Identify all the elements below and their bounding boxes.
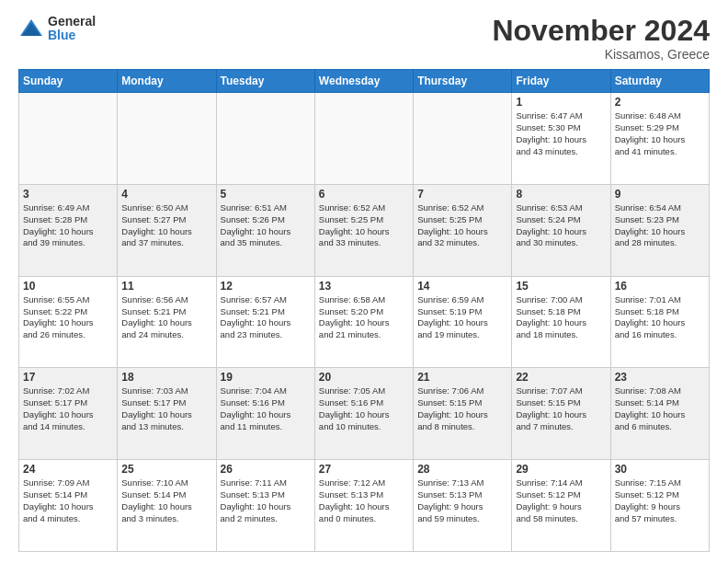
col-sunday: Sunday (19, 70, 118, 93)
day-number: 12 (221, 280, 311, 293)
day-number: 7 (417, 188, 507, 201)
title-block: November 2024 Kissamos, Greece (492, 15, 710, 62)
day-info: Sunrise: 6:54 AM Sunset: 5:23 PM Dayligh… (615, 202, 705, 249)
day-info: Sunrise: 7:00 AM Sunset: 5:18 PM Dayligh… (516, 294, 606, 341)
calendar-row: 1Sunrise: 6:47 AM Sunset: 5:30 PM Daylig… (19, 93, 710, 185)
table-row: 29Sunrise: 7:14 AM Sunset: 5:12 PM Dayli… (512, 460, 610, 552)
day-number: 20 (319, 371, 409, 384)
day-number: 23 (615, 371, 705, 384)
table-row: 18Sunrise: 7:03 AM Sunset: 5:17 PM Dayli… (118, 368, 216, 460)
table-row (19, 93, 118, 185)
day-info: Sunrise: 6:51 AM Sunset: 5:26 PM Dayligh… (221, 202, 311, 249)
calendar-table: Sunday Monday Tuesday Wednesday Thursday… (18, 69, 710, 552)
table-row: 5Sunrise: 6:51 AM Sunset: 5:26 PM Daylig… (216, 184, 314, 276)
table-row: 24Sunrise: 7:09 AM Sunset: 5:14 PM Dayli… (19, 460, 118, 552)
table-row: 23Sunrise: 7:08 AM Sunset: 5:14 PM Dayli… (610, 368, 709, 460)
day-info: Sunrise: 7:06 AM Sunset: 5:15 PM Dayligh… (417, 385, 507, 432)
table-row: 13Sunrise: 6:58 AM Sunset: 5:20 PM Dayli… (314, 276, 413, 368)
location: Kissamos, Greece (492, 47, 710, 62)
day-info: Sunrise: 7:08 AM Sunset: 5:14 PM Dayligh… (615, 385, 705, 432)
day-info: Sunrise: 7:01 AM Sunset: 5:18 PM Dayligh… (615, 294, 705, 341)
table-row: 21Sunrise: 7:06 AM Sunset: 5:15 PM Dayli… (414, 368, 512, 460)
table-row: 30Sunrise: 7:15 AM Sunset: 5:12 PM Dayli… (610, 460, 709, 552)
table-row (216, 93, 314, 185)
table-row: 11Sunrise: 6:56 AM Sunset: 5:21 PM Dayli… (118, 276, 216, 368)
table-row: 20Sunrise: 7:05 AM Sunset: 5:16 PM Dayli… (314, 368, 413, 460)
table-row (314, 93, 413, 185)
day-info: Sunrise: 7:09 AM Sunset: 5:14 PM Dayligh… (23, 477, 113, 524)
day-info: Sunrise: 6:47 AM Sunset: 5:30 PM Dayligh… (516, 110, 606, 157)
table-row: 28Sunrise: 7:13 AM Sunset: 5:13 PM Dayli… (414, 460, 512, 552)
table-row: 1Sunrise: 6:47 AM Sunset: 5:30 PM Daylig… (512, 93, 610, 185)
day-number: 6 (319, 188, 409, 201)
table-row: 6Sunrise: 6:52 AM Sunset: 5:25 PM Daylig… (314, 184, 413, 276)
day-number: 15 (516, 280, 606, 293)
day-number: 3 (23, 188, 113, 201)
header: General Blue November 2024 Kissamos, Gre… (18, 15, 710, 62)
day-number: 14 (417, 280, 507, 293)
day-info: Sunrise: 6:58 AM Sunset: 5:20 PM Dayligh… (319, 294, 409, 341)
day-info: Sunrise: 6:52 AM Sunset: 5:25 PM Dayligh… (417, 202, 507, 249)
table-row: 25Sunrise: 7:10 AM Sunset: 5:14 PM Dayli… (118, 460, 216, 552)
weekday-row: Sunday Monday Tuesday Wednesday Thursday… (19, 70, 710, 93)
day-number: 8 (516, 188, 606, 201)
day-info: Sunrise: 7:04 AM Sunset: 5:16 PM Dayligh… (221, 385, 311, 432)
table-row: 9Sunrise: 6:54 AM Sunset: 5:23 PM Daylig… (610, 184, 709, 276)
col-wednesday: Wednesday (314, 70, 413, 93)
day-info: Sunrise: 6:56 AM Sunset: 5:21 PM Dayligh… (121, 294, 211, 341)
day-number: 10 (23, 280, 113, 293)
day-info: Sunrise: 7:15 AM Sunset: 5:12 PM Dayligh… (615, 477, 705, 524)
table-row: 3Sunrise: 6:49 AM Sunset: 5:28 PM Daylig… (19, 184, 118, 276)
table-row: 14Sunrise: 6:59 AM Sunset: 5:19 PM Dayli… (414, 276, 512, 368)
day-number: 13 (319, 280, 409, 293)
day-number: 27 (319, 463, 409, 476)
day-info: Sunrise: 7:12 AM Sunset: 5:13 PM Dayligh… (319, 477, 409, 524)
table-row: 15Sunrise: 7:00 AM Sunset: 5:18 PM Dayli… (512, 276, 610, 368)
day-info: Sunrise: 6:50 AM Sunset: 5:27 PM Dayligh… (121, 202, 211, 249)
day-number: 16 (615, 280, 705, 293)
table-row: 27Sunrise: 7:12 AM Sunset: 5:13 PM Dayli… (314, 460, 413, 552)
logo: General Blue (18, 15, 96, 43)
day-info: Sunrise: 7:07 AM Sunset: 5:15 PM Dayligh… (516, 385, 606, 432)
day-info: Sunrise: 7:03 AM Sunset: 5:17 PM Dayligh… (121, 385, 211, 432)
col-tuesday: Tuesday (216, 70, 314, 93)
day-number: 9 (615, 188, 705, 201)
day-number: 4 (121, 188, 211, 201)
table-row: 8Sunrise: 6:53 AM Sunset: 5:24 PM Daylig… (512, 184, 610, 276)
day-number: 2 (615, 96, 705, 109)
col-thursday: Thursday (414, 70, 512, 93)
table-row (118, 93, 216, 185)
day-number: 26 (221, 463, 311, 476)
day-info: Sunrise: 6:59 AM Sunset: 5:19 PM Dayligh… (417, 294, 507, 341)
day-info: Sunrise: 6:49 AM Sunset: 5:28 PM Dayligh… (23, 202, 113, 249)
day-info: Sunrise: 6:55 AM Sunset: 5:22 PM Dayligh… (23, 294, 113, 341)
day-info: Sunrise: 7:13 AM Sunset: 5:13 PM Dayligh… (417, 477, 507, 524)
table-row: 22Sunrise: 7:07 AM Sunset: 5:15 PM Dayli… (512, 368, 610, 460)
calendar-header: Sunday Monday Tuesday Wednesday Thursday… (19, 70, 710, 93)
calendar-row: 17Sunrise: 7:02 AM Sunset: 5:17 PM Dayli… (19, 368, 710, 460)
table-row: 16Sunrise: 7:01 AM Sunset: 5:18 PM Dayli… (610, 276, 709, 368)
table-row: 12Sunrise: 6:57 AM Sunset: 5:21 PM Dayli… (216, 276, 314, 368)
table-row: 19Sunrise: 7:04 AM Sunset: 5:16 PM Dayli… (216, 368, 314, 460)
day-number: 28 (417, 463, 507, 476)
day-info: Sunrise: 6:57 AM Sunset: 5:21 PM Dayligh… (221, 294, 311, 341)
day-info: Sunrise: 7:10 AM Sunset: 5:14 PM Dayligh… (121, 477, 211, 524)
day-number: 29 (516, 463, 606, 476)
logo-general-label: General (48, 15, 96, 29)
day-number: 11 (121, 280, 211, 293)
day-info: Sunrise: 7:02 AM Sunset: 5:17 PM Dayligh… (23, 385, 113, 432)
day-number: 30 (615, 463, 705, 476)
calendar-body: 1Sunrise: 6:47 AM Sunset: 5:30 PM Daylig… (19, 93, 710, 552)
col-saturday: Saturday (610, 70, 709, 93)
day-info: Sunrise: 6:48 AM Sunset: 5:29 PM Dayligh… (615, 110, 705, 157)
day-info: Sunrise: 7:05 AM Sunset: 5:16 PM Dayligh… (319, 385, 409, 432)
day-number: 18 (121, 371, 211, 384)
day-number: 5 (221, 188, 311, 201)
table-row: 17Sunrise: 7:02 AM Sunset: 5:17 PM Dayli… (19, 368, 118, 460)
day-number: 21 (417, 371, 507, 384)
table-row: 4Sunrise: 6:50 AM Sunset: 5:27 PM Daylig… (118, 184, 216, 276)
day-info: Sunrise: 7:14 AM Sunset: 5:12 PM Dayligh… (516, 477, 606, 524)
calendar-row: 10Sunrise: 6:55 AM Sunset: 5:22 PM Dayli… (19, 276, 710, 368)
day-number: 17 (23, 371, 113, 384)
table-row (414, 93, 512, 185)
